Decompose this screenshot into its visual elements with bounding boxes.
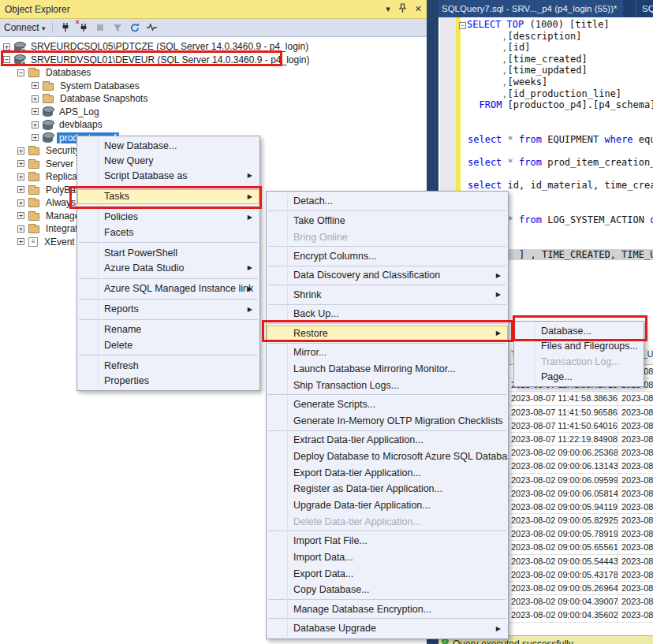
menu-item[interactable]: Rename xyxy=(77,322,259,337)
grid-cell-time-created[interactable]: 2023-08-02 09:00:05.544437 xyxy=(509,555,618,568)
grid-cell-time-updated[interactable]: 2023-08-0 xyxy=(618,446,653,459)
grid-row[interactable]: 2023-08-02 09:00:05.9411922023-08-0 xyxy=(509,501,653,514)
menu-item[interactable]: Data Discovery and Classification▶ xyxy=(267,267,508,284)
menu-item[interactable]: Generate In-Memory OLTP Migration Checkl… xyxy=(267,413,508,430)
tab-sqlquery-next[interactable]: SQLQ xyxy=(636,0,653,17)
grid-row[interactable]: 2023-08-02 09:00:05.6556172023-08-0 xyxy=(509,541,653,554)
tree-row[interactable]: −SRVEURDVSQL01\DEVEUR (SQL Server 14.0.3… xyxy=(0,54,427,67)
menu-item[interactable]: Start PowerShell xyxy=(77,245,259,260)
tree-item-label[interactable]: Databases xyxy=(43,67,93,78)
tree-expander[interactable]: + xyxy=(17,173,24,181)
grid-cell-time-updated[interactable]: 2023-08-0 xyxy=(618,460,653,472)
tree-expander[interactable]: + xyxy=(32,82,39,89)
tree-expander[interactable]: + xyxy=(32,134,39,141)
tree-expander[interactable]: + xyxy=(17,147,24,154)
menu-item[interactable]: Refresh xyxy=(77,358,259,373)
grid-cell-time-updated[interactable]: 2023-08-0 xyxy=(618,541,653,553)
tree-item-label[interactable]: System Databases xyxy=(58,80,142,91)
tree-row[interactable]: +devblaaps xyxy=(0,118,427,132)
grid-cell-time-updated[interactable]: 2023-08-0 xyxy=(618,527,653,540)
grid-cell-time-updated[interactable]: 2023-08-0 xyxy=(618,419,653,432)
tree-expander[interactable]: + xyxy=(17,212,24,219)
tree-row[interactable]: +APS_Log xyxy=(0,106,427,119)
menu-item[interactable]: Export Data-tier Application... xyxy=(267,464,508,481)
tree-item-label[interactable]: devblaaps xyxy=(57,119,105,130)
refresh-icon[interactable] xyxy=(129,21,141,34)
menu-item[interactable]: Import Data... xyxy=(267,549,508,566)
grid-row[interactable]: 2023-08-02 09:00:05.5444372023-08-0 xyxy=(509,555,653,568)
tree-row[interactable]: −Databases xyxy=(0,66,427,80)
grid-row[interactable]: 2023-08-02 09:00:04.3900772023-08-0 xyxy=(509,595,653,609)
window-position-icon[interactable]: ▾ xyxy=(386,4,390,14)
tree-expander[interactable]: − xyxy=(3,56,10,63)
menu-item[interactable]: Script Database as▶ xyxy=(77,168,259,183)
grid-cell-time-created[interactable]: 2023-08-02 09:00:05.829254 xyxy=(509,514,618,527)
grid-row[interactable]: 2023-08-02 09:00:06.0959992023-08-0 xyxy=(509,474,653,487)
grid-row[interactable]: 2023-08-02 09:00:05.8292542023-08-0 xyxy=(509,514,653,527)
grid-cell-time-created[interactable]: 2023-08-02 09:00:05.941192 xyxy=(509,501,618,513)
grid-cell-time-updated[interactable]: 2023-08-0 xyxy=(618,392,653,404)
grid-cell-time-updated[interactable]: 2023-08-0 xyxy=(618,555,653,568)
menu-item[interactable]: Page... xyxy=(514,370,644,385)
menu-item[interactable]: Extract Data-tier Application... xyxy=(267,432,508,449)
menu-item[interactable]: Copy Database... xyxy=(267,582,508,598)
menu-item[interactable]: Mirror... xyxy=(267,344,508,361)
grid-row[interactable]: 2023-08-02 09:00:05.7891922023-08-0 xyxy=(509,527,653,541)
menu-item[interactable]: Azure SQL Managed Instance link▶ xyxy=(77,281,259,296)
menu-item[interactable]: Manage Database Encryption... xyxy=(267,601,508,617)
grid-cell-time-created[interactable]: 2023-08-07 11:22:19.849087 xyxy=(509,433,618,445)
grid-cell-time-created[interactable]: 2023-08-07 11:41:50.965861 xyxy=(509,406,618,419)
connect-plug-icon[interactable] xyxy=(59,21,72,34)
collapse-outline-icon[interactable]: − xyxy=(459,22,466,29)
grid-cell-time-updated[interactable]: 2023-08-0 xyxy=(618,501,653,513)
menu-item[interactable]: New Query xyxy=(77,153,259,168)
activity-monitor-icon[interactable] xyxy=(146,21,159,34)
menu-item[interactable]: Delete Data-tier Application... xyxy=(267,513,508,530)
tree-expander[interactable]: + xyxy=(17,225,24,233)
grid-cell-time-created[interactable]: 2023-08-02 09:00:05.655617 xyxy=(509,541,618,553)
tree-expander[interactable]: + xyxy=(32,108,39,115)
tree-expander[interactable]: + xyxy=(3,43,10,50)
menu-item[interactable]: Reports▶ xyxy=(77,302,259,317)
grid-row[interactable]: 2023-08-02 09:00:04.3560282023-08-0 xyxy=(509,609,653,622)
tree-row[interactable]: +SRVEURDCSQL05\PDTCZE (SQL Server 14.0.3… xyxy=(0,40,427,54)
connect-button[interactable]: Connect ▾ xyxy=(4,22,46,33)
menu-item[interactable]: Bring Online xyxy=(267,229,508,245)
grid-cell-time-created[interactable]: 2023-08-02 09:00:06.253684 xyxy=(509,446,618,459)
filter-icon[interactable] xyxy=(111,21,124,34)
menu-item[interactable]: Ship Transaction Logs... xyxy=(267,377,508,393)
menu-item[interactable]: Encrypt Columns... xyxy=(267,248,508,265)
menu-item[interactable]: Launch Database Mirroring Monitor... xyxy=(267,361,508,378)
menu-item[interactable]: Upgrade Data-tier Application... xyxy=(267,497,508,514)
menu-item[interactable]: Policies▶ xyxy=(77,210,259,225)
menu-item[interactable]: Azure Data Studio▶ xyxy=(77,260,259,275)
grid-cell-time-updated[interactable]: 2023-08-0 xyxy=(618,474,653,486)
tree-row[interactable]: +Database Snapshots xyxy=(0,92,427,106)
menu-item[interactable]: Deploy Database to Microsoft Azure SQL D… xyxy=(267,449,508,465)
grid-cell-time-created[interactable]: 2023-08-02 09:00:05.431788 xyxy=(509,568,618,581)
grid-cell-time-updated[interactable]: 2023-08-0 xyxy=(618,487,653,500)
grid-cell-time-updated[interactable]: 2023-08-0 xyxy=(618,406,653,419)
menu-item[interactable]: Restore▶ xyxy=(267,326,508,342)
tree-item-label[interactable]: APS_Log xyxy=(57,106,102,117)
tab-sqlquery7[interactable]: SQLQuery7.sql - SRV..._p4 (p4_login (55)… xyxy=(438,0,623,17)
tree-item-label[interactable]: Database Snapshots xyxy=(58,93,150,104)
grid-cell-time-created[interactable]: 2023-08-02 09:00:06.058142 xyxy=(509,487,618,500)
grid-row[interactable]: 2023-08-07 11:41:50.9658612023-08-0 xyxy=(509,406,653,419)
menu-item[interactable]: Files and Filegroups... xyxy=(514,339,644,355)
tree-item-label[interactable]: SRVEURDVSQL01\DEVEUR (SQL Server 14.0.34… xyxy=(28,54,312,65)
menu-item[interactable]: Detach... xyxy=(267,193,508,210)
grid-cell-time-updated[interactable]: 2023-08-0 xyxy=(618,609,653,621)
menu-item[interactable]: Database Upgrade▶ xyxy=(267,620,508,637)
grid-row[interactable]: 2023-08-07 11:41:58.3863622023-08-0 xyxy=(509,392,653,405)
menu-item[interactable]: New Database... xyxy=(77,138,259,153)
grid-cell-time-updated[interactable]: 2023-08-0 xyxy=(618,433,653,445)
grid-cell-time-updated[interactable]: 2023-08-0 xyxy=(618,582,653,594)
grid-row[interactable]: 2023-08-07 11:22:19.8490872023-08-0 xyxy=(509,433,653,446)
menu-item[interactable]: Properties xyxy=(77,373,259,388)
grid-cell-time-created[interactable]: 2023-08-02 09:00:06.095999 xyxy=(509,474,618,486)
grid-cell-time-updated[interactable]: 2023-08-0 xyxy=(618,568,653,581)
pin-icon[interactable] xyxy=(398,3,407,15)
tree-expander[interactable]: − xyxy=(17,69,24,76)
grid-cell-time-created[interactable]: 2023-08-07 11:41:58.386362 xyxy=(509,392,618,404)
